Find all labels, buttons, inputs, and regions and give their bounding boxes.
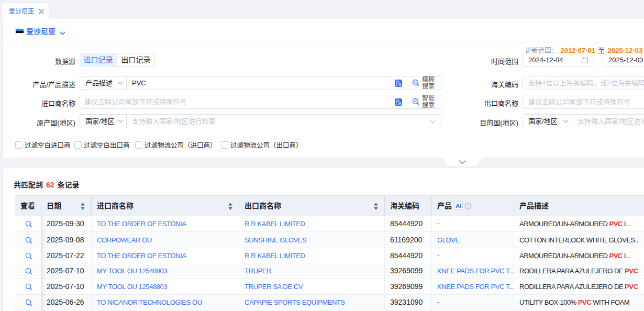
- svg-text:A: A: [398, 82, 402, 86]
- svg-text:A: A: [398, 101, 402, 105]
